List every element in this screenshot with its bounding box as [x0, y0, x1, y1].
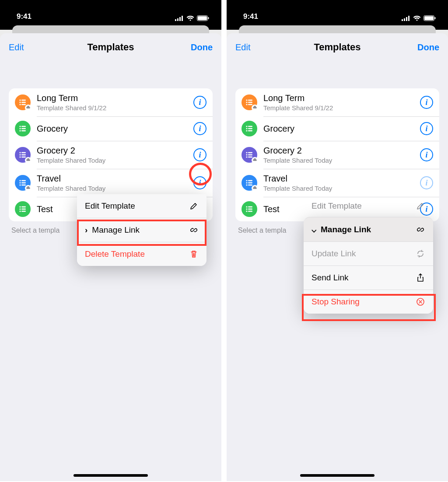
template-texts: Grocery 2 Template Shared Today: [37, 145, 193, 164]
svg-point-31: [19, 206, 21, 207]
svg-point-68: [246, 206, 247, 207]
template-row[interactable]: Travel Template Shared Today i: [235, 169, 439, 197]
template-row[interactable]: Travel Template Shared Today i: [9, 169, 213, 197]
shared-cloud-badge-icon: [25, 157, 32, 164]
template-title: Grocery 2: [37, 145, 193, 156]
chevron-right-icon: ›: [85, 225, 88, 235]
list-icon: [242, 121, 257, 136]
done-button[interactable]: Done: [191, 42, 213, 52]
svg-rect-73: [248, 211, 252, 212]
svg-point-9: [19, 101, 21, 103]
link-icon: [189, 226, 199, 234]
svg-point-58: [246, 154, 247, 155]
template-row[interactable]: Long Term Template Shared 9/1/22 i: [9, 88, 213, 116]
template-row[interactable]: Grocery 2 Template Shared Today i: [9, 141, 213, 169]
chevron-down-icon: ⌵: [312, 224, 316, 234]
template-texts: Long Term Template Shared 9/1/22: [263, 93, 420, 112]
menu-delete-template[interactable]: Delete Template: [77, 242, 206, 266]
navbar: Edit Templates Done: [227, 36, 448, 59]
svg-rect-45: [248, 100, 252, 101]
info-button[interactable]: i: [420, 148, 433, 161]
svg-rect-49: [248, 104, 252, 105]
template-subtitle: Template Shared Today: [37, 157, 193, 164]
svg-rect-8: [21, 100, 26, 101]
template-subtitle: Template Shared Today: [263, 157, 420, 164]
submenu-send-link[interactable]: Send Link: [304, 265, 433, 290]
edit-button[interactable]: Edit: [9, 42, 24, 52]
template-row[interactable]: Grocery 2 Template Shared Today i: [235, 141, 439, 169]
template-title: Long Term: [37, 93, 193, 103]
svg-rect-1: [177, 18, 178, 21]
svg-rect-40: [408, 16, 410, 21]
submenu-stop-label: Stop Sharing: [312, 297, 360, 307]
menu-edit-label: Edit Template: [85, 201, 135, 211]
context-menu: Edit Template › Manage Link Delete Templ…: [77, 194, 206, 266]
template-subtitle: Template Shared Today: [37, 185, 193, 192]
template-subtitle: Template Shared Today: [263, 185, 420, 192]
done-button[interactable]: Done: [417, 42, 439, 52]
menu-edit-template[interactable]: Edit Template: [77, 194, 206, 218]
home-indicator: [300, 474, 374, 477]
svg-point-13: [19, 126, 21, 127]
submenu-stop-sharing[interactable]: Stop Sharing: [304, 290, 433, 314]
svg-rect-6: [208, 17, 209, 19]
template-row[interactable]: Grocery i: [9, 116, 213, 141]
list-icon: [15, 147, 31, 163]
svg-point-25: [19, 180, 21, 181]
svg-point-19: [19, 152, 21, 153]
sheet-peek: [0, 24, 221, 30]
info-button[interactable]: i: [193, 148, 206, 161]
svg-rect-57: [248, 152, 252, 153]
svg-rect-36: [21, 211, 26, 212]
submenu-update-link[interactable]: Update Link: [304, 241, 433, 265]
info-button[interactable]: i: [193, 96, 206, 109]
svg-point-60: [246, 156, 247, 157]
template-subtitle: Template Shared 9/1/22: [37, 104, 193, 112]
svg-rect-10: [21, 102, 26, 103]
template-row[interactable]: Long Term Template Shared 9/1/22 i: [235, 88, 439, 116]
svg-rect-67: [248, 185, 252, 185]
svg-point-29: [19, 184, 21, 185]
info-button[interactable]: i: [193, 122, 206, 135]
svg-rect-51: [248, 126, 252, 127]
svg-rect-30: [21, 185, 26, 185]
list-icon: [15, 175, 31, 191]
svg-rect-65: [248, 182, 252, 183]
share-icon: [416, 273, 425, 282]
svg-point-33: [19, 208, 21, 210]
svg-rect-55: [248, 130, 252, 131]
submenu-header-label: Manage Link: [321, 225, 371, 234]
svg-point-50: [246, 126, 247, 127]
link-icon: [416, 225, 425, 234]
status-bar: 9:41: [0, 0, 221, 24]
svg-point-21: [19, 154, 21, 155]
svg-rect-5: [198, 16, 207, 20]
phone-screenshot-left: 9:41 Edit Templates Done Long Term: [0, 0, 221, 481]
info-button[interactable]: i: [420, 176, 433, 189]
shared-cloud-badge-icon: [252, 105, 258, 111]
svg-point-72: [246, 210, 247, 212]
info-button[interactable]: i: [420, 96, 433, 109]
svg-point-48: [246, 104, 247, 105]
svg-point-46: [246, 101, 247, 103]
wifi-icon: [186, 16, 194, 21]
info-button[interactable]: i: [420, 203, 433, 216]
menu-manage-link[interactable]: › Manage Link: [77, 218, 206, 242]
shared-cloud-badge-icon: [25, 105, 32, 111]
list-icon: [242, 201, 257, 217]
battery-icon: [424, 15, 436, 21]
info-button[interactable]: i: [420, 122, 433, 135]
svg-point-17: [19, 130, 21, 131]
svg-rect-18: [21, 130, 26, 131]
template-title: Grocery 2: [263, 145, 420, 156]
edit-button[interactable]: Edit: [235, 42, 250, 52]
svg-rect-34: [21, 209, 26, 210]
svg-point-7: [19, 99, 21, 101]
template-texts: Long Term Template Shared 9/1/22: [37, 93, 193, 112]
svg-rect-42: [424, 16, 434, 20]
svg-rect-16: [21, 128, 26, 129]
info-button[interactable]: i: [193, 176, 206, 189]
submenu-header-manage-link[interactable]: ⌵ Manage Link: [304, 217, 433, 241]
sheet-peek: [227, 24, 448, 30]
template-row[interactable]: Grocery i: [235, 116, 439, 141]
